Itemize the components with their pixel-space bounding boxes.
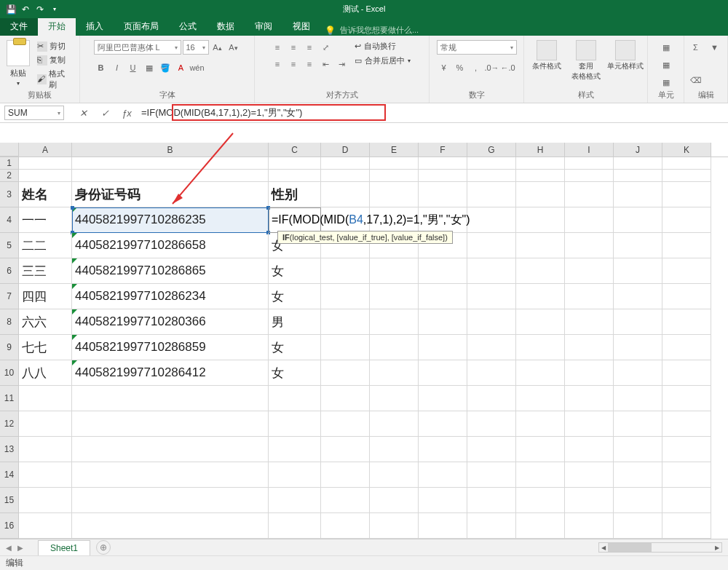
tab-formulas[interactable]: 公式	[169, 17, 207, 36]
cell-C4[interactable]: =IF(MOD(MID(B4,17,1),2)=1,"男","女")	[269, 207, 321, 233]
cell-J11[interactable]	[614, 386, 662, 411]
cell-B11[interactable]	[72, 386, 269, 411]
cell-C5[interactable]: 女IF(logical_test, [value_if_true], [valu…	[269, 233, 321, 258]
format-cells-button[interactable]: ▦	[658, 75, 674, 90]
cell-J13[interactable]	[614, 437, 662, 462]
spreadsheet-grid[interactable]: A B C D E F G H I J K 123姓名身份证号码性别4一一440…	[0, 143, 728, 539]
cell-A8[interactable]: 六六	[19, 309, 72, 335]
format-as-table-button[interactable]: 套用 表格格式	[568, 40, 604, 82]
cell-G1[interactable]	[467, 157, 516, 170]
increase-decimal-button[interactable]: .0→	[485, 60, 499, 75]
cell-A4[interactable]: 一一	[19, 207, 72, 233]
select-all-corner[interactable]	[0, 143, 19, 157]
cell-styles-button[interactable]: 单元格样式	[607, 40, 644, 71]
cell-H12[interactable]	[516, 411, 565, 437]
cell-H5[interactable]	[516, 233, 565, 258]
cell-D6[interactable]	[321, 258, 370, 284]
cell-J1[interactable]	[614, 157, 662, 170]
cell-E8[interactable]	[370, 309, 419, 335]
cell-B5[interactable]: 4405821997710286658	[72, 233, 269, 258]
scroll-right-icon[interactable]: ▶	[713, 543, 721, 552]
row-header[interactable]: 6	[0, 258, 19, 284]
cell-I5[interactable]	[565, 233, 614, 258]
col-header-G[interactable]: G	[467, 143, 516, 157]
wrap-text-button[interactable]: ↩自动换行	[352, 40, 414, 52]
orientation-button[interactable]: ⤢	[318, 40, 333, 55]
cell-F14[interactable]	[419, 462, 467, 488]
cell-B7[interactable]: 4405821997710286234	[72, 284, 269, 309]
tab-home[interactable]: 开始	[38, 17, 76, 36]
row-header[interactable]: 13	[0, 437, 19, 462]
cell-K16[interactable]	[662, 513, 711, 539]
cell-A5[interactable]: 二二	[19, 233, 72, 258]
col-header-J[interactable]: J	[614, 143, 662, 157]
name-box[interactable]: SUM▾	[4, 106, 64, 120]
insert-cells-button[interactable]: ▦	[658, 40, 674, 55]
cell-C1[interactable]	[269, 157, 321, 170]
cell-I16[interactable]	[565, 513, 614, 539]
cell-B9[interactable]: 4405821997710286859	[72, 335, 269, 360]
indent-decrease-button[interactable]: ⇤	[318, 57, 333, 71]
scroll-thumb[interactable]	[608, 543, 652, 552]
row-header[interactable]: 1	[0, 157, 19, 170]
cell-B13[interactable]	[72, 437, 269, 462]
cell-J2[interactable]	[614, 170, 662, 182]
cell-D8[interactable]	[321, 309, 370, 335]
cell-A9[interactable]: 七七	[19, 335, 72, 360]
sheet-next-button[interactable]: ▶	[17, 544, 23, 552]
comma-button[interactable]: ,	[469, 60, 483, 75]
font-color-button[interactable]: A	[174, 60, 189, 75]
cell-E13[interactable]	[370, 437, 419, 462]
cell-E10[interactable]	[370, 360, 419, 386]
cell-I11[interactable]	[565, 386, 614, 411]
cell-D13[interactable]	[321, 437, 370, 462]
row-header[interactable]: 9	[0, 335, 19, 360]
delete-cells-button[interactable]: ▦	[658, 58, 674, 72]
cell-G2[interactable]	[467, 170, 516, 182]
cell-G5[interactable]	[467, 233, 516, 258]
cell-K5[interactable]	[662, 233, 711, 258]
cell-J9[interactable]	[614, 335, 662, 360]
cell-I7[interactable]	[565, 284, 614, 309]
cell-F9[interactable]	[419, 335, 467, 360]
cell-C16[interactable]	[269, 513, 321, 539]
cell-K15[interactable]	[662, 488, 711, 513]
cell-A11[interactable]	[19, 386, 72, 411]
cell-D15[interactable]	[321, 488, 370, 513]
cell-B3[interactable]: 身份证号码	[72, 182, 269, 207]
cell-F15[interactable]	[419, 488, 467, 513]
scroll-left-icon[interactable]: ◀	[599, 543, 608, 552]
cell-J12[interactable]	[614, 411, 662, 437]
row-header[interactable]: 5	[0, 233, 19, 258]
cell-K2[interactable]	[662, 170, 711, 182]
cell-G4[interactable]	[467, 207, 516, 233]
italic-button[interactable]: I	[110, 60, 124, 75]
cell-G11[interactable]	[467, 386, 516, 411]
tab-insert[interactable]: 插入	[76, 17, 114, 36]
cell-A1[interactable]	[19, 157, 72, 170]
cell-D2[interactable]	[321, 170, 370, 182]
col-header-F[interactable]: F	[419, 143, 467, 157]
cell-I1[interactable]	[565, 157, 614, 170]
row-header[interactable]: 10	[0, 360, 19, 386]
cell-K7[interactable]	[662, 284, 711, 309]
cell-A10[interactable]: 八八	[19, 360, 72, 386]
cell-A16[interactable]	[19, 513, 72, 539]
cell-K6[interactable]	[662, 258, 711, 284]
phonetic-button[interactable]: wén	[190, 60, 205, 75]
row-header[interactable]: 14	[0, 462, 19, 488]
cell-B14[interactable]	[72, 462, 269, 488]
conditional-format-button[interactable]: 条件格式	[529, 40, 565, 71]
cell-F3[interactable]	[419, 182, 467, 207]
col-header-D[interactable]: D	[321, 143, 370, 157]
cell-C3[interactable]: 性别	[269, 182, 321, 207]
cell-E12[interactable]	[370, 411, 419, 437]
cell-H15[interactable]	[516, 488, 565, 513]
horizontal-scroll[interactable]: ◀ ▶	[116, 542, 722, 553]
cell-J3[interactable]	[614, 182, 662, 207]
font-name-combo[interactable]: 阿里巴巴普惠体 L▾	[94, 40, 181, 55]
col-header-E[interactable]: E	[370, 143, 419, 157]
cell-A14[interactable]	[19, 462, 72, 488]
cell-C11[interactable]	[269, 386, 321, 411]
decrease-font-button[interactable]: A▾	[226, 40, 241, 55]
